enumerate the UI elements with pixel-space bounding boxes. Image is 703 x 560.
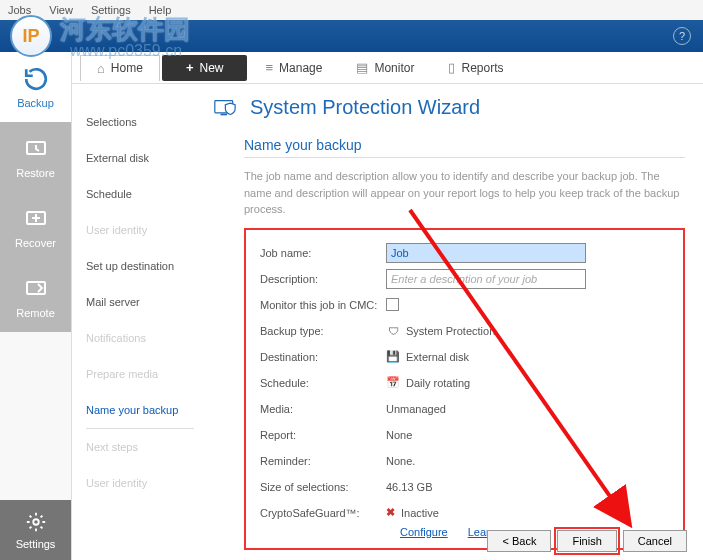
- backuptype-value: System Protection: [406, 325, 495, 337]
- step-user-identity: User identity: [86, 212, 202, 248]
- sidebar-label-remote: Remote: [16, 307, 55, 319]
- schedule-label: Schedule:: [260, 377, 386, 389]
- help-icon[interactable]: ?: [673, 27, 691, 45]
- summary-box: Job name: Description: Monitor this job …: [244, 228, 685, 550]
- csg-value: Inactive: [401, 507, 439, 519]
- description-label: Description:: [260, 273, 386, 285]
- jobname-input[interactable]: [386, 243, 586, 263]
- tab-new[interactable]: + New: [162, 55, 248, 81]
- shield-icon: 🛡: [386, 324, 400, 338]
- main-area: Selections External disk Schedule User i…: [72, 84, 703, 560]
- row-backuptype: Backup type: 🛡System Protection: [260, 318, 669, 344]
- monitor-label: Monitor this job in CMC:: [260, 299, 386, 311]
- step-user-identity-2: User identity: [86, 465, 202, 501]
- sidebar-item-recover[interactable]: Recover: [0, 192, 71, 262]
- step-mail-server[interactable]: Mail server: [86, 284, 202, 320]
- report-icon: ▯: [448, 60, 455, 75]
- wizard-footer: < Back Finish Cancel: [487, 530, 687, 552]
- sidebar-item-restore[interactable]: Restore: [0, 122, 71, 192]
- backuptype-label: Backup type:: [260, 325, 386, 337]
- remote-icon: [22, 275, 50, 303]
- shield-monitor-icon: [214, 97, 240, 119]
- description-input[interactable]: [386, 269, 586, 289]
- schedule-value: Daily rotating: [406, 377, 470, 389]
- top-tabs: ⌂ Home + New ≡ Manage ▤ Monitor ▯ Report…: [72, 52, 703, 84]
- plus-icon: +: [186, 60, 194, 75]
- report-label: Report:: [260, 429, 386, 441]
- jobname-label: Job name:: [260, 247, 386, 259]
- destination-value: External disk: [406, 351, 469, 363]
- step-setup-destination[interactable]: Set up destination: [86, 248, 202, 284]
- report-value: None: [386, 429, 412, 441]
- row-destination: Destination: 💾External disk: [260, 344, 669, 370]
- tab-home-label: Home: [111, 61, 143, 75]
- menu-settings[interactable]: Settings: [91, 4, 131, 16]
- wizard-title-text: System Protection Wizard: [250, 96, 480, 119]
- section-description: The job name and description allow you t…: [244, 168, 685, 218]
- watermark-logo: IP: [10, 15, 52, 57]
- restore-icon: [22, 135, 50, 163]
- cancel-button[interactable]: Cancel: [623, 530, 687, 552]
- gear-icon: [25, 511, 47, 535]
- tab-monitor-label: Monitor: [374, 61, 414, 75]
- sidebar-item-backup[interactable]: Backup: [0, 52, 71, 122]
- tab-new-label: New: [199, 61, 223, 75]
- calendar-icon: 📅: [386, 376, 400, 390]
- chart-icon: ▤: [356, 60, 368, 75]
- sidebar-item-settings[interactable]: Settings: [0, 500, 71, 560]
- row-size: Size of selections: 46.13 GB: [260, 474, 669, 500]
- row-description: Description:: [260, 266, 669, 292]
- back-button[interactable]: < Back: [487, 530, 551, 552]
- tab-monitor[interactable]: ▤ Monitor: [340, 55, 430, 81]
- sidebar-label-settings: Settings: [16, 538, 56, 550]
- menu-view[interactable]: View: [49, 4, 73, 16]
- wizard-title: System Protection Wizard: [214, 96, 685, 119]
- tab-reports-label: Reports: [461, 61, 503, 75]
- svg-point-3: [33, 519, 39, 525]
- sidebar-label-backup: Backup: [17, 97, 54, 109]
- tab-manage[interactable]: ≡ Manage: [249, 55, 338, 81]
- reminder-label: Reminder:: [260, 455, 386, 467]
- step-next-steps: Next steps: [86, 429, 202, 465]
- section-heading: Name your backup: [244, 137, 685, 158]
- wizard-content: System Protection Wizard Name your backu…: [202, 84, 703, 560]
- sidebar-label-restore: Restore: [16, 167, 55, 179]
- sidebar-item-remote[interactable]: Remote: [0, 262, 71, 332]
- sidebar-label-recover: Recover: [15, 237, 56, 249]
- row-reminder: Reminder: None.: [260, 448, 669, 474]
- row-media: Media: Unmanaged: [260, 396, 669, 422]
- size-value: 46.13 GB: [386, 481, 432, 493]
- app-header: ?: [0, 20, 703, 52]
- row-monitor-cmc: Monitor this job in CMC:: [260, 292, 669, 318]
- row-jobname: Job name:: [260, 240, 669, 266]
- step-notifications: Notifications: [86, 320, 202, 356]
- step-name-backup[interactable]: Name your backup: [86, 392, 194, 429]
- row-csg: CryptoSafeGuard™: ✖Inactive: [260, 500, 669, 526]
- disk-icon: 💾: [386, 350, 400, 364]
- menu-help[interactable]: Help: [149, 4, 172, 16]
- media-label: Media:: [260, 403, 386, 415]
- list-icon: ≡: [265, 60, 273, 75]
- tab-home[interactable]: ⌂ Home: [80, 55, 160, 81]
- step-external-disk[interactable]: External disk: [86, 140, 202, 176]
- step-schedule[interactable]: Schedule: [86, 176, 202, 212]
- monitor-checkbox[interactable]: [386, 298, 399, 311]
- x-icon: ✖: [386, 506, 395, 519]
- svg-rect-5: [221, 113, 228, 115]
- step-selections[interactable]: Selections: [86, 104, 202, 140]
- csg-label: CryptoSafeGuard™:: [260, 507, 386, 519]
- wizard-steps: Selections External disk Schedule User i…: [72, 84, 202, 560]
- media-value: Unmanaged: [386, 403, 446, 415]
- backup-icon: [22, 65, 50, 93]
- destination-label: Destination:: [260, 351, 386, 363]
- reminder-value: None.: [386, 455, 415, 467]
- configure-link[interactable]: Configure: [400, 526, 448, 538]
- left-sidebar: Backup Restore Recover Remote Settings: [0, 52, 72, 560]
- finish-button[interactable]: Finish: [557, 530, 616, 552]
- home-icon: ⌂: [97, 61, 105, 76]
- tab-manage-label: Manage: [279, 61, 322, 75]
- recover-icon: [22, 205, 50, 233]
- size-label: Size of selections:: [260, 481, 386, 493]
- step-prepare-media: Prepare media: [86, 356, 202, 392]
- tab-reports[interactable]: ▯ Reports: [432, 55, 519, 81]
